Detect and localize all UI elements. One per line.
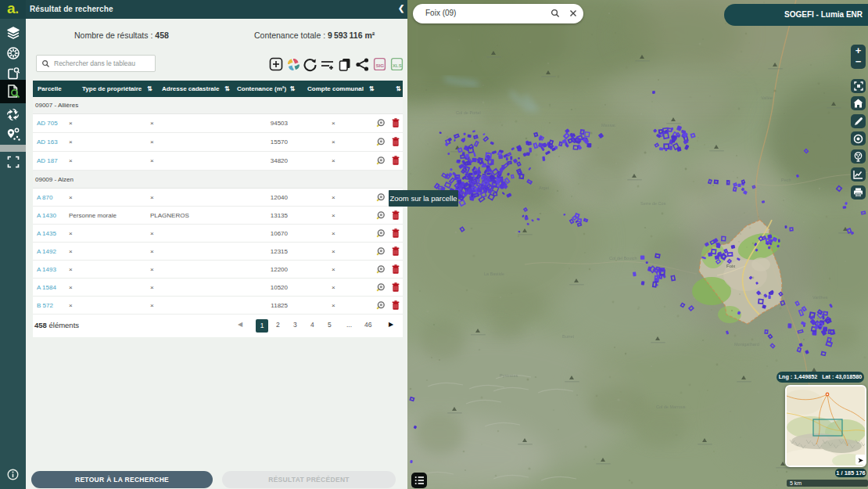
svg-text:XLS: XLS: [393, 63, 402, 68]
svg-text:SIG: SIG: [375, 63, 384, 68]
